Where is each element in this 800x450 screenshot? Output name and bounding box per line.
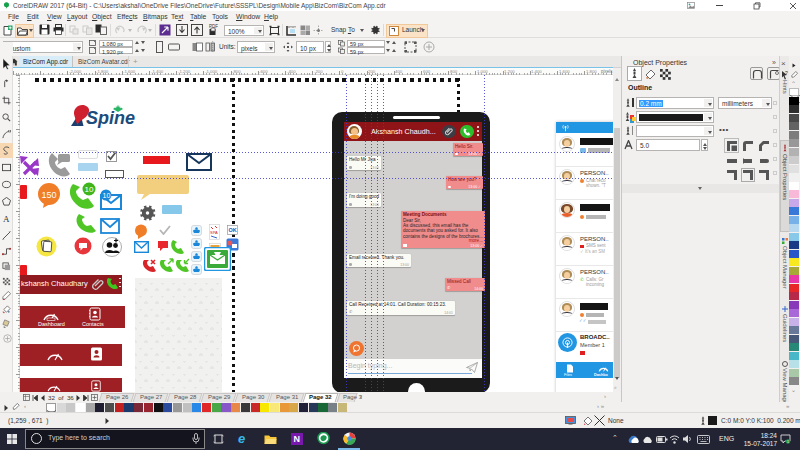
svg-text:150: 150	[42, 190, 57, 200]
svg-text:10: 10	[85, 185, 94, 194]
svg-text:OK: OK	[229, 227, 237, 233]
svg-text:1: 1	[787, 440, 789, 444]
svg-text:A: A	[3, 214, 10, 223]
svg-text:10: 10	[103, 192, 111, 199]
svg-text:?: ?	[785, 70, 788, 76]
svg-text:SPA: SPA	[210, 230, 218, 235]
svg-text:Spine: Spine	[86, 108, 135, 128]
